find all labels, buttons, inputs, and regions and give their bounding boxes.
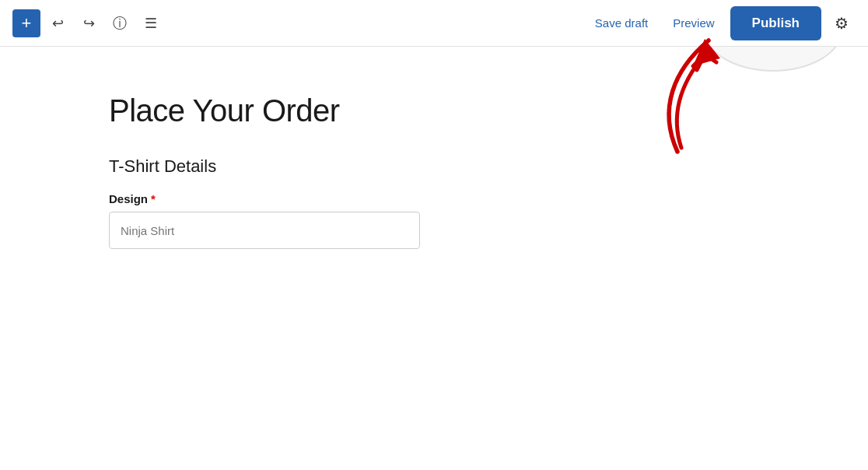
save-draft-button[interactable]: Save draft [586,10,657,36]
design-label-text: Design [109,192,148,205]
undo-button[interactable]: ↩ [44,9,72,37]
toolbar-right: Save draft Preview Publish ⚙ [586,6,856,40]
info-button[interactable]: ⓘ [106,9,134,37]
design-input[interactable] [109,212,420,249]
settings-button[interactable]: ⚙ [828,9,856,37]
gear-icon: ⚙ [835,14,849,33]
toolbar-wrapper: + ↩ ↪ ⓘ ☰ Save draft Preview Publish ⚙ [0,0,868,47]
page-title: Place Your Order [109,93,759,128]
list-icon: ☰ [145,15,157,32]
plus-icon: + [22,15,32,32]
info-icon: ⓘ [113,14,127,33]
publish-button[interactable]: Publish [730,6,821,40]
main-content: Place Your Order T-Shirt Details Design … [0,47,868,296]
toolbar: + ↩ ↪ ⓘ ☰ Save draft Preview Publish ⚙ [0,0,868,47]
list-view-button[interactable]: ☰ [137,9,165,37]
toolbar-left: + ↩ ↪ ⓘ ☰ [12,9,165,37]
undo-icon: ↩ [52,15,64,32]
preview-button[interactable]: Preview [663,10,723,36]
section-title: T-Shirt Details [109,156,759,177]
required-indicator: * [151,192,156,205]
redo-button[interactable]: ↪ [75,9,103,37]
design-label: Design * [109,192,759,205]
add-block-button[interactable]: + [12,9,40,37]
redo-icon: ↪ [83,15,95,32]
